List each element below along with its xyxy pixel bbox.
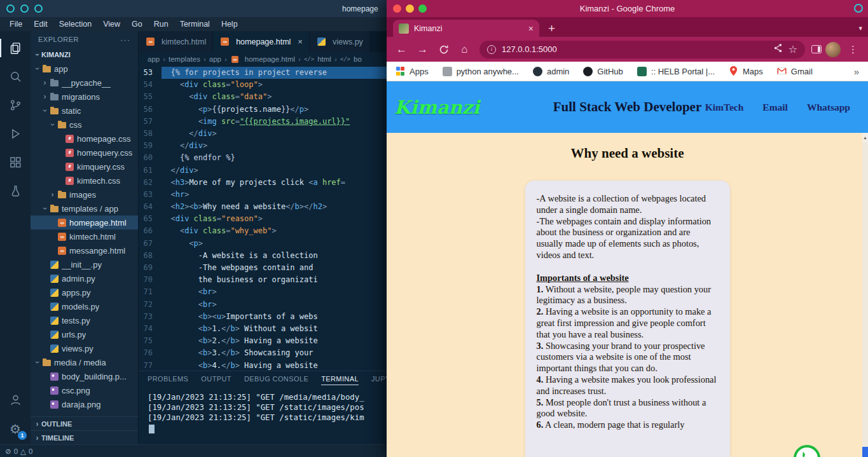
menu-help[interactable]: Help	[216, 20, 244, 29]
tree-item-homepage-css[interactable]: #homepage.css	[31, 132, 138, 146]
window-button-icon[interactable]	[6, 4, 15, 13]
reload-button[interactable]	[435, 43, 452, 56]
source-control-icon[interactable]	[0, 91, 31, 119]
code-line-66[interactable]: 66 <div class="why_web">	[139, 225, 387, 237]
breadcrumb-item-bo[interactable]: bo	[354, 55, 362, 63]
code-line-77[interactable]: 77 <b>4.</b> Having a website	[139, 360, 387, 371]
bookmark-python-anywhe[interactable]: python anywhe...	[443, 67, 519, 76]
code-line-60[interactable]: 60 {% endfor %}	[139, 152, 387, 164]
tree-item-urls-py[interactable]: urls.py	[31, 327, 138, 341]
menu-view[interactable]: View	[97, 20, 126, 29]
panel-tab-output[interactable]: OUTPUT	[201, 375, 231, 385]
tree-item-daraja-png[interactable]: daraja.png	[31, 397, 138, 411]
page-scrollbar[interactable]: ▲	[862, 133, 868, 457]
tree-item-tests-py[interactable]: tests.py	[31, 313, 138, 327]
close-tab-icon[interactable]: ×	[298, 37, 303, 46]
code-line-65[interactable]: 65 <div class="reason">	[139, 213, 387, 225]
code-line-57[interactable]: 57 <img src="{{projects.image.url}}"	[139, 116, 387, 128]
tree-item-csc-png[interactable]: csc.png	[31, 383, 138, 397]
panel-tab-jupyter[interactable]: JUPYTER	[371, 375, 387, 385]
panel-tab-problems[interactable]: PROBLEMS	[148, 375, 188, 385]
close-window-icon[interactable]	[393, 4, 401, 13]
chevron-down-icon[interactable]: ▾	[858, 24, 862, 32]
bookmark-github[interactable]: GitHub	[583, 67, 623, 76]
code-line-68[interactable]: 68 -A website is a collection	[139, 250, 387, 262]
nav-link-whatsapp[interactable]: Whatsapp	[807, 102, 850, 113]
bookmark-apps[interactable]: Apps	[396, 67, 429, 76]
code-line-75[interactable]: 75 <b>2.</b> Having a website	[139, 335, 387, 347]
breadcrumb-item-app[interactable]: app	[209, 55, 221, 63]
code-line-59[interactable]: 59 </div>	[139, 140, 387, 152]
breadcrumb-item-templates[interactable]: templates	[169, 55, 200, 63]
window-button-icon[interactable]	[34, 4, 43, 13]
timeline-section[interactable]: › TIMELINE	[31, 430, 138, 444]
menu-file[interactable]: File	[4, 20, 28, 29]
workspace-section[interactable]: › KIMANZI	[31, 48, 138, 62]
new-tab-button[interactable]: +	[548, 22, 555, 34]
scroll-up-icon[interactable]: ▲	[862, 133, 868, 142]
panel-tab-debug-console[interactable]: DEBUG CONSOLE	[244, 375, 308, 385]
terminal[interactable]: [19/Jan/2023 21:13:25] "GET /media/media…	[139, 388, 387, 444]
menu-go[interactable]: Go	[126, 20, 148, 29]
profile-avatar[interactable]	[825, 42, 841, 57]
account-icon[interactable]	[0, 386, 31, 414]
bookmark-star-icon[interactable]: ☆	[789, 44, 797, 55]
tree-item-migrations[interactable]: ›migrations	[31, 90, 138, 104]
editor-tab-kimtech-html[interactable]: <>kimtech.html	[139, 31, 213, 52]
code-line-69[interactable]: 69 -The webpages contain and	[139, 262, 387, 274]
forward-button[interactable]: →	[414, 43, 431, 56]
run-debug-icon[interactable]	[0, 119, 31, 148]
tree-item-init-py[interactable]: __init__.py	[31, 257, 138, 271]
tree-item-app[interactable]: ›app	[31, 62, 138, 76]
bookmark-admin[interactable]: admin	[533, 67, 569, 76]
share-icon[interactable]	[773, 43, 783, 55]
menu-dots-icon[interactable]: ⋮	[844, 44, 862, 55]
tree-item-media-media[interactable]: ›media / media	[31, 355, 138, 369]
window-button-icon[interactable]	[20, 4, 29, 13]
home-button[interactable]: ⌂	[456, 43, 473, 56]
close-tab-icon[interactable]: ×	[528, 24, 534, 34]
bookmark-maps[interactable]: Maps	[729, 67, 763, 76]
settings-icon[interactable]: ⚙1	[0, 414, 31, 443]
panel-tab-terminal[interactable]: TERMINAL	[321, 375, 359, 385]
side-panel-icon[interactable]	[811, 45, 822, 53]
testing-icon[interactable]	[0, 177, 31, 205]
menu-selection[interactable]: Selection	[53, 20, 97, 29]
code-line-76[interactable]: 76 <b>3.</b> Showcasing your	[139, 347, 387, 359]
browser-tab-kimanzi[interactable]: Kimanzi ×	[393, 20, 539, 37]
tree-item-kimtech-css[interactable]: #kimtech.css	[31, 174, 138, 188]
code-line-72[interactable]: 72 <br>	[139, 299, 387, 311]
tree-item-apps-py[interactable]: apps.py	[31, 285, 138, 299]
tree-item-templates-app[interactable]: ›templates / app	[31, 201, 138, 215]
code-line-62[interactable]: 62 <h3>More of my projects click <a href…	[139, 177, 387, 189]
bookmarks-overflow-icon[interactable]: »	[854, 66, 859, 77]
tree-item-models-py[interactable]: models.py	[31, 299, 138, 313]
code-line-58[interactable]: 58 </div>	[139, 128, 387, 140]
address-bar[interactable]: i 127.0.0.1:5000 ☆	[479, 41, 805, 58]
code-line-54[interactable]: 54 <div class="loop">	[139, 79, 387, 91]
tree-item-kimquery-css[interactable]: #kimquery.css	[31, 160, 138, 174]
code-line-71[interactable]: 71 <br>	[139, 286, 387, 298]
bookmark-helb-portal[interactable]: :: HELB Portal |...	[637, 67, 715, 76]
tree-item-kimtech-html[interactable]: <>kimtech.html	[31, 229, 138, 243]
tree-item-messange-html[interactable]: <>messange.html	[31, 243, 138, 257]
minimize-window-icon[interactable]	[406, 4, 414, 13]
code-line-74[interactable]: 74 <b>1.</b> Without a websit	[139, 323, 387, 335]
code-line-56[interactable]: 56 <p>{{projects.name}}</p>	[139, 104, 387, 116]
bookmark-gmail[interactable]: Gmail	[777, 67, 813, 76]
breadcrumb-item-html[interactable]: html	[317, 55, 331, 63]
site-logo[interactable]: Kimanzi	[394, 97, 479, 118]
window-button-icon[interactable]	[854, 4, 863, 13]
tree-item-homepage-html[interactable]: <>homepage.html	[31, 215, 138, 229]
code-line-64[interactable]: 64 <h2><b>Why need a website</b></h2>	[139, 201, 387, 213]
tree-item-css[interactable]: ›css	[31, 118, 138, 132]
back-button[interactable]: ←	[393, 43, 410, 56]
maximize-window-icon[interactable]	[418, 4, 427, 13]
outline-section[interactable]: › OUTLINE	[31, 416, 138, 430]
code-line-55[interactable]: 55 <div class="data">	[139, 91, 387, 103]
scrollbar-thumb[interactable]	[862, 447, 868, 457]
code-line-73[interactable]: 73 <b><u>Importants of a webs	[139, 311, 387, 323]
editor-tab-views-py[interactable]: views.py	[310, 31, 370, 52]
code-line-70[interactable]: 70 the business or organizati	[139, 274, 387, 286]
window-controls[interactable]	[6, 4, 43, 13]
